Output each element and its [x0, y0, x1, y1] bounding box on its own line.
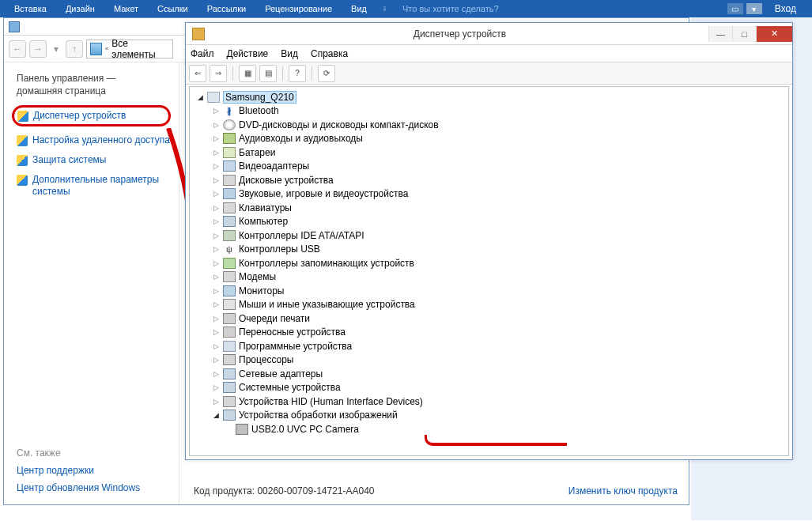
tell-me[interactable]: Что вы хотите сделать? — [393, 2, 508, 15]
tree-category[interactable]: ▷Звуковые, игровые и видеоустройства — [190, 187, 788, 202]
expand-icon[interactable]: ▷ — [212, 190, 220, 198]
sign-in[interactable]: Вход — [764, 3, 807, 14]
expand-icon[interactable]: ▷ — [212, 121, 220, 129]
link-advanced-settings[interactable]: Дополнительные параметры системы — [17, 174, 171, 198]
expand-icon[interactable]: ◢ — [196, 93, 204, 101]
ribbon-tab[interactable]: Вставка — [5, 2, 56, 15]
category-icon — [223, 202, 236, 213]
ribbon-tab[interactable]: Рассылки — [198, 2, 255, 15]
tree-category[interactable]: ▷Программные устройства — [190, 339, 788, 353]
tree-category[interactable]: ◢Устройства обработки изображений — [190, 409, 788, 423]
expand-icon[interactable]: ▷ — [212, 398, 220, 406]
ribbon-tab[interactable]: Вид — [342, 2, 376, 15]
expand-icon[interactable]: ▷ — [212, 204, 220, 212]
link-system-protection[interactable]: Защита системы — [17, 154, 171, 166]
toolbar-forward[interactable]: ⇒ — [210, 65, 227, 82]
category-label: Контроллеры IDE ATA/ATAPI — [239, 230, 364, 241]
expand-icon[interactable]: ▷ — [212, 245, 220, 253]
expand-icon[interactable]: ▷ — [212, 134, 220, 142]
tree-category[interactable]: ▷Контроллеры IDE ATA/ATAPI — [190, 228, 788, 243]
category-icon: ψ — [223, 244, 236, 255]
tree-root[interactable]: ◢ Samsung_Q210 — [190, 90, 788, 104]
toolbar-scan[interactable]: ⟳ — [318, 65, 335, 82]
collapse-icon[interactable]: ◢ — [212, 411, 220, 419]
ribbon-tab[interactable]: Ссылки — [148, 2, 198, 15]
computer-icon — [90, 43, 102, 55]
tree-category[interactable]: ▷Сетевые адаптеры — [190, 367, 788, 381]
tree-category[interactable]: ▷Очереди печати — [190, 311, 788, 326]
toolbar-back[interactable]: ⇐ — [189, 65, 206, 82]
up-button[interactable]: ↑ — [66, 40, 83, 58]
ribbon-tab[interactable]: Рецензирование — [255, 2, 342, 15]
minimize-button[interactable]: — — [708, 26, 732, 42]
expand-icon[interactable]: ▷ — [212, 315, 220, 323]
ribbon-tab[interactable]: Макет — [104, 2, 148, 15]
expand-icon[interactable]: ▷ — [212, 149, 220, 157]
tree-category[interactable]: ▷DVD-дисководы и дисководы компакт-диско… — [190, 118, 788, 132]
toolbar-help[interactable]: ? — [289, 65, 306, 82]
expand-icon[interactable]: ▷ — [212, 342, 220, 350]
close-button[interactable]: ✕ — [756, 26, 792, 42]
expand-icon[interactable]: ▷ — [212, 356, 220, 364]
tree-category[interactable]: ▷Модемы — [190, 270, 788, 285]
ribbon-unknown-button[interactable]: ▭ — [727, 3, 743, 14]
tree-category[interactable]: ▷Мониторы — [190, 284, 788, 298]
tree-category[interactable]: ▷Компьютер — [190, 215, 788, 229]
tree-category[interactable]: ▷∦Bluetooth — [190, 104, 788, 119]
tree-category[interactable]: ▷Клавиатуры — [190, 201, 788, 215]
category-label: Мыши и иные указывающие устройства — [239, 299, 415, 310]
expand-icon[interactable]: ▷ — [212, 370, 220, 378]
category-icon — [223, 299, 236, 310]
expand-icon[interactable]: ▷ — [212, 328, 220, 336]
expand-icon[interactable]: ▷ — [212, 383, 220, 391]
category-label: Контроллеры USB — [239, 244, 320, 255]
change-product-key[interactable]: Изменить ключ продукта — [568, 485, 678, 496]
expand-icon[interactable]: ▷ — [212, 162, 220, 170]
device-tree[interactable]: ◢ Samsung_Q210 ▷∦Bluetooth▷DVD-дисководы… — [189, 86, 789, 456]
recent-dropdown[interactable]: ▾ — [50, 40, 62, 58]
maximize-button[interactable]: □ — [732, 26, 756, 42]
tree-category[interactable]: ▷Дисковые устройства — [190, 173, 788, 187]
tree-category[interactable]: ▷Переносные устройства — [190, 326, 788, 340]
tree-device-camera[interactable]: USB2.0 UVC PC Camera — [190, 422, 788, 436]
category-icon — [223, 313, 236, 324]
tree-category[interactable]: ▷Аудиовходы и аудиовыходы — [190, 132, 788, 146]
tree-category[interactable]: ▷Системные устройства — [190, 381, 788, 395]
expand-icon[interactable]: ▷ — [212, 273, 220, 281]
menu-file[interactable]: Файл — [191, 48, 214, 59]
category-icon — [223, 188, 236, 199]
forward-button[interactable]: → — [29, 40, 47, 58]
expand-icon[interactable]: ▷ — [212, 300, 220, 308]
shield-icon — [17, 175, 28, 186]
tree-category[interactable]: ▷Процессоры — [190, 353, 788, 368]
expand-icon[interactable]: ▷ — [212, 232, 220, 240]
tree-category[interactable]: ▷Контроллеры запоминающих устройств — [190, 256, 788, 270]
expand-icon[interactable]: ▷ — [212, 107, 220, 115]
category-icon — [223, 271, 236, 282]
breadcrumb-bar[interactable]: « Все элементы — [86, 40, 173, 59]
tree-category[interactable]: ▷Видеоадаптеры — [190, 160, 788, 174]
expand-icon[interactable]: ▷ — [212, 259, 220, 267]
expand-icon[interactable]: ▷ — [212, 287, 220, 295]
ribbon-unknown-button[interactable]: ▾ — [746, 3, 762, 14]
tree-category[interactable]: ▷Устройства HID (Human Interface Devices… — [190, 395, 788, 409]
menu-action[interactable]: Действие — [227, 48, 269, 59]
expand-icon[interactable]: ▷ — [212, 176, 220, 184]
menu-view[interactable]: Вид — [281, 48, 298, 59]
menu-help[interactable]: Справка — [311, 48, 348, 59]
link-support-center[interactable]: Центр поддержки — [17, 465, 171, 476]
tree-category[interactable]: ▷ψКонтроллеры USB — [190, 243, 788, 257]
link-device-manager[interactable]: Диспетчер устройств — [12, 105, 171, 126]
toolbar-properties[interactable]: ▤ — [259, 65, 277, 82]
see-also-heading: См. также — [17, 447, 171, 459]
chevron-icon: « — [105, 45, 108, 52]
link-remote-settings[interactable]: Настройка удаленного доступа — [17, 134, 171, 146]
link-windows-update[interactable]: Центр обновления Windows — [17, 482, 171, 493]
dm-titlebar[interactable]: Диспетчер устройств — □ ✕ — [186, 23, 792, 45]
expand-icon[interactable]: ▷ — [212, 217, 220, 225]
toolbar-show-hidden[interactable]: ▦ — [239, 65, 256, 82]
tree-category[interactable]: ▷Батареи — [190, 145, 788, 160]
tree-category[interactable]: ▷Мыши и иные указывающие устройства — [190, 298, 788, 312]
ribbon-tab[interactable]: Дизайн — [56, 2, 104, 15]
back-button[interactable]: ← — [9, 40, 26, 58]
